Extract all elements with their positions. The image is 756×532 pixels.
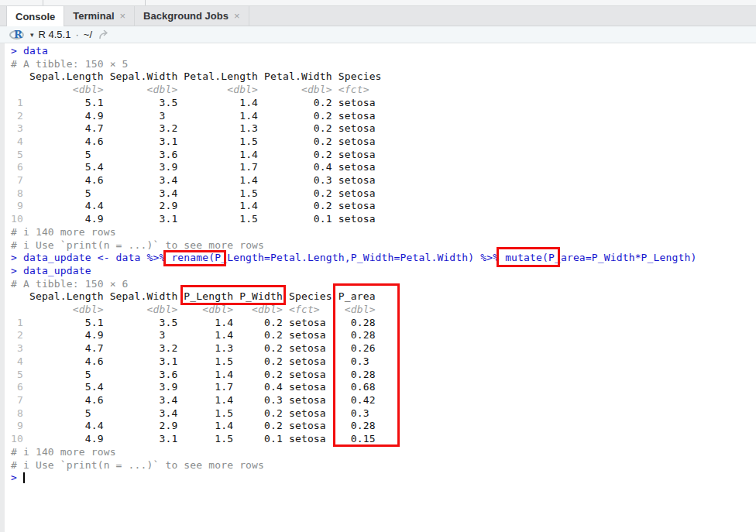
annotation-box-mutate: [497, 247, 560, 267]
console-line: 6 5.4 3.9 1.7 0.4 setosa: [11, 161, 696, 174]
console-text-segment: 5.4 3.9 1.7 0.4 setosa: [23, 161, 376, 173]
console-text-segment: 1: [11, 97, 23, 108]
console-text-segment: 2: [11, 329, 23, 341]
console-text-segment: 5 3.4 1.5 0.2 setosa 0.3: [23, 407, 369, 419]
console-line: > data: [11, 45, 696, 58]
console-text-segment: 4.7 3.2 1.3 0.2 setosa 0.26: [23, 342, 376, 354]
console-text-segment: >: [11, 472, 23, 483]
console-text-segment: 5.1 3.5 1.4 0.2 setosa 0.28: [23, 317, 376, 328]
console-text-segment: 3: [11, 122, 23, 134]
console-text-segment: 4.4 2.9 1.4 0.2 setosa: [23, 200, 376, 211]
working-directory-label: ~/: [84, 29, 92, 40]
console-text-segment: 4.6 3.1 1.5 0.2 setosa: [23, 136, 376, 147]
console-text-segment: ore rows: [215, 239, 264, 251]
console-line: 3 4.7 3.2 1.3 0.2 setosa: [11, 122, 696, 136]
goto-working-directory-icon[interactable]: [98, 29, 110, 39]
close-icon[interactable]: ×: [234, 11, 240, 21]
console-line: 7 4.6 3.4 1.4 0.3 setosa: [11, 174, 696, 187]
separator-dot: ·: [75, 29, 78, 40]
console-text-segment: 8: [11, 187, 23, 199]
console-line: 2 4.9 3 1.4 0.2 setosa: [11, 110, 696, 123]
annotation-box-renamed-columns: [180, 285, 286, 305]
r-logo-icon: R: [9, 29, 26, 41]
upper-pane-edge: [0, 0, 756, 6]
console-text-segment: 4.6 3.1 1.5 0.2 setosa 0.3: [23, 355, 369, 367]
r-version-bar: R ▾ R 4.5.1 · ~/: [0, 26, 756, 43]
console-text-segment: 4: [11, 355, 23, 367]
rstudio-console-pane: { "tabs": { "console": { "label": "Conso…: [0, 0, 756, 532]
console-text-segment: 10: [11, 433, 23, 444]
tab-background-jobs-label: Background Jobs: [143, 10, 229, 22]
console-text-segment: 9: [11, 200, 23, 211]
console-tabbar: Console Terminal × Background Jobs ×: [0, 6, 756, 26]
pane-divider: [145, 0, 146, 5]
console-line: 1 5.1 3.5 1.4 0.2 setosa: [11, 97, 696, 110]
console-line: 8 5 3.4 1.5 0.2 setosa: [11, 187, 696, 201]
pane-divider: [43, 0, 43, 5]
console-text-segment: > data: [11, 45, 48, 57]
console-text-segment: 4.6 3.4 1.4 0.3 setosa 0.42: [23, 394, 376, 406]
console-text-segment: <dbl> <dbl> <dbl> <dbl> <fct>: [11, 84, 382, 95]
console-text-segment: 4.9 3 1.4 0.2 setosa 0.28: [23, 329, 376, 341]
console-text-segment: 6: [11, 381, 23, 393]
console-text-segment: 4: [11, 136, 23, 147]
console-line: # i Use `print(n = ...)` to see more row…: [11, 459, 696, 472]
console-text-segment: 4.6 3.4 1.4 0.3 setosa: [23, 174, 376, 186]
console-text-segment: 6: [11, 161, 23, 173]
console-line: <dbl> <dbl> <dbl> <dbl> <fct>: [11, 84, 696, 97]
console-text-segment: # i 140 more rows: [11, 446, 116, 458]
console-text-segment: 10: [11, 213, 23, 225]
console-text-segment: > data_update <- data %>% rename(P_Lengt…: [11, 252, 696, 263]
annotation-box-rename: [163, 250, 226, 266]
console-line: 10 4.9 3.1 1.5 0.1 setosa: [11, 213, 696, 226]
console-line: # A tibble: 150 × 5: [11, 58, 696, 71]
r-version-label: R 4.5.1: [39, 29, 71, 40]
tab-terminal-label: Terminal: [73, 10, 114, 22]
annotation-box-parea-column: [333, 283, 400, 447]
console-text-segment: 5 3.6 1.4 0.2 setosa: [23, 149, 376, 160]
console-text-segment: 5.1 3.5 1.4 0.2 setosa: [23, 97, 376, 108]
console-text-segment: 5: [11, 149, 23, 160]
console-line: > data_update <- data %>% rename(P_Lengt…: [11, 252, 696, 265]
console-text-segment: > data_update: [11, 265, 91, 276]
console-text-segment: 4.7 3.2 1.3 0.2 setosa: [23, 122, 376, 134]
console-text-segment: 5 3.4 1.5 0.2 setosa: [23, 187, 376, 199]
console-text-segment: 4.9 3 1.4 0.2 setosa: [23, 110, 376, 122]
console-left-gutter: [0, 43, 5, 532]
text-cursor: [23, 472, 25, 483]
console-text-segment: 4.9 3.1 1.5 0.1 setosa 0.15: [23, 433, 376, 444]
console-text-segment: 5.4 3.9 1.7 0.4 setosa 0.68: [23, 381, 376, 393]
console-text-segment: # i 140 more rows: [11, 226, 116, 238]
tab-console[interactable]: Console: [6, 6, 64, 26]
console-text-segment: # A tibble: 150 × 6: [11, 278, 129, 290]
console-text-segment: 5: [11, 369, 23, 380]
tab-terminal[interactable]: Terminal ×: [64, 6, 135, 26]
console-text-segment: 4.4 2.9 1.4 0.2 setosa 0.28: [23, 420, 376, 431]
console-line: # i 140 more rows: [11, 446, 696, 459]
console-text-segment: 9: [11, 420, 23, 431]
console-text-segment: 3: [11, 342, 23, 354]
console-text-segment: Sepal.Length Sepal.Width Petal.Length Pe…: [11, 70, 382, 82]
console-line: 9 4.4 2.9 1.4 0.2 setosa: [11, 200, 696, 213]
chevron-down-icon[interactable]: ▾: [30, 31, 34, 39]
console-text-segment: 7: [11, 174, 23, 186]
console-text-segment: # i Use `print(n = ...)`: [11, 239, 165, 251]
tab-console-label: Console: [15, 11, 55, 22]
close-icon[interactable]: ×: [120, 11, 126, 21]
console-line: Sepal.Length Sepal.Width Petal.Length Pe…: [11, 70, 696, 84]
console-line: >: [11, 472, 696, 485]
console-text-segment: # i Use `print(n = ...)` to see more row…: [11, 459, 264, 471]
console-text-segment: 4.9 3.1 1.5 0.1 setosa: [23, 213, 376, 225]
console-line: 4 4.6 3.1 1.5 0.2 setosa: [11, 136, 696, 149]
console-text-segment: 1: [11, 317, 23, 328]
console-line: 5 5 3.6 1.4 0.2 setosa: [11, 149, 696, 162]
console-line: # i Use `print(n = ...)` to see more row…: [11, 239, 696, 252]
console-text-segment: 7: [11, 394, 23, 406]
console-line: # i 140 more rows: [11, 226, 696, 239]
tab-background-jobs[interactable]: Background Jobs ×: [135, 6, 249, 26]
console-text-segment: 5 3.6 1.4 0.2 setosa 0.28: [23, 369, 376, 380]
console-text-segment: <dbl> <dbl> <dbl> <dbl> <fct> <dbl>: [11, 304, 376, 315]
console-text-segment: # A tibble: 150 × 5: [11, 58, 129, 70]
console-text-segment: 2: [11, 110, 23, 122]
console-line: > data_update: [11, 265, 696, 278]
